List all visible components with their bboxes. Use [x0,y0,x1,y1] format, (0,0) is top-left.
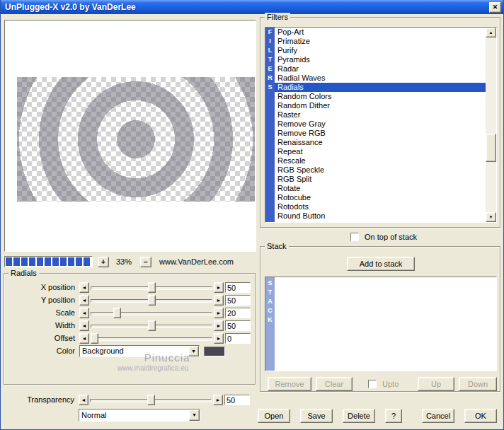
blend-mode-combobox[interactable]: Normal ▼ [79,409,200,422]
scale-decrease-button[interactable]: ◄ [79,308,89,318]
filter-item[interactable]: Radar [265,64,486,74]
x-position-value-input[interactable] [225,282,251,293]
preview-image [17,77,255,202]
scrollbar-thumb[interactable] [486,134,496,162]
on-top-of-stack-label: On top of stack [365,233,417,241]
filter-item[interactable]: Rotocube [265,193,486,202]
transparency-slider-thumb[interactable] [147,395,155,405]
offset-slider-thumb[interactable] [91,333,98,344]
transparency-increase-button[interactable]: ► [213,395,223,405]
scale-slider[interactable] [91,307,212,319]
filter-item[interactable]: Rotate [265,184,486,193]
close-button[interactable]: ✕ [489,2,501,13]
upto-checkbox[interactable] [368,380,377,388]
filter-item[interactable]: Round Button [265,211,486,221]
filters-strip-letter: F [268,28,273,37]
width-value-input[interactable] [225,320,251,331]
width-decrease-button[interactable]: ◄ [79,320,89,331]
filters-strip-letter: R [268,74,273,83]
filters-strip-letter: E [268,64,272,74]
transparency-decrease-button[interactable]: ◄ [79,395,88,405]
filters-list[interactable]: Pop-ArtPrimatizePurifyPyramidsRadarRadia… [265,28,486,222]
y-position-decrease-button[interactable]: ◄ [79,295,89,306]
filters-scrollbar[interactable]: ▲ ▼ [486,28,496,222]
chevron-down-icon[interactable]: ▼ [189,409,200,421]
x-position-slider[interactable] [91,281,212,294]
offset-increase-button[interactable]: ► [214,333,224,344]
scroll-down-button[interactable]: ▼ [486,212,496,222]
offset-label: Offset [4,332,75,344]
y-position-slider-thumb[interactable] [148,295,156,306]
close-icon: ✕ [493,4,498,11]
width-label: Width [4,320,75,332]
width-increase-button[interactable]: ► [214,320,224,331]
filter-item[interactable]: Purify [265,46,486,55]
filter-item[interactable]: Rotodots [265,202,486,211]
delete-button[interactable]: Delete [343,409,375,423]
watermark-name: Pinuccia [100,351,234,364]
filter-item[interactable]: Remove Gray [265,120,486,129]
scale-value-input[interactable] [225,308,251,318]
on-top-of-stack-checkbox[interactable] [350,233,359,241]
preview-panel[interactable] [4,20,256,252]
width-slider-thumb[interactable] [148,320,156,331]
filter-item[interactable]: Renaissance [265,138,486,147]
zoom-progress-fill [6,257,91,266]
filter-item[interactable]: Raster [265,110,486,120]
filter-item[interactable]: Primatize [265,37,486,46]
cancel-button[interactable]: Cancel [422,409,454,423]
ok-button[interactable]: OK [464,409,497,423]
y-position-slider[interactable] [91,294,212,306]
slider-channel [91,337,212,341]
filter-item[interactable]: RGB Speckle [265,165,486,175]
scroll-up-button[interactable]: ▲ [486,28,496,37]
filter-item[interactable]: Radial Waves [265,74,486,83]
filter-item[interactable]: RGB Split [265,175,486,184]
scale-increase-button[interactable]: ► [214,308,224,318]
filter-item[interactable]: Repeat [265,147,486,156]
x-position-slider-thumb[interactable] [148,282,156,293]
stack-strip-letter: A [268,297,273,306]
titlebar: UnPlugged-X v2.0 by VanDerLee ✕ [1,0,503,14]
slider-row-scale: Scale ◄ ► [4,307,256,319]
vanderlee-website-link[interactable]: www.VanDerLee.com [159,257,234,266]
filter-item[interactable]: Remove RGB [265,129,486,138]
transparency-slider[interactable] [90,394,212,406]
x-position-increase-button[interactable]: ► [214,282,224,293]
filters-groupbox: Filters Pop-ArtPrimatizePurifyPyramidsRa… [260,17,500,228]
clear-button[interactable]: Clear [316,377,353,391]
offset-value-input[interactable] [225,333,251,344]
y-position-increase-button[interactable]: ► [214,295,224,306]
up-button[interactable]: Up [418,377,454,391]
zoom-in-button[interactable]: + [98,257,109,267]
y-position-value-input[interactable] [225,295,251,306]
open-button[interactable]: Open [258,409,290,423]
stack-list[interactable]: STACK [265,277,497,371]
filter-item[interactable]: Saturation [265,221,486,222]
filter-item[interactable]: Random Dither [265,101,486,110]
remove-button[interactable]: Remove [268,377,311,391]
upto-row: Upto [368,379,399,389]
down-button[interactable]: Down [459,377,497,391]
width-slider[interactable] [91,320,212,332]
slider-channel [91,312,212,315]
offset-decrease-button[interactable]: ◄ [79,333,89,344]
add-to-stack-button[interactable]: Add to stack [347,257,415,271]
filter-item[interactable]: Rescale [265,156,486,165]
filter-item[interactable]: Random Colors [265,92,486,101]
zoom-out-button[interactable]: − [140,257,151,267]
transparency-row: Transparency ◄ ► [4,394,256,406]
stack-group-label: Stack [265,242,289,251]
filter-item[interactable]: Radials [265,83,486,92]
offset-slider[interactable] [91,332,212,344]
scale-slider-thumb[interactable] [113,308,121,318]
zoom-level: 33% [110,257,138,266]
filter-item[interactable]: Pop-Art [265,28,486,37]
filter-item[interactable]: Pyramids [265,55,486,64]
save-button[interactable]: Save [300,409,333,423]
filters-strip-letter: I [269,37,271,46]
transparency-value-input[interactable] [224,395,250,405]
filters-listbox: Pop-ArtPrimatizePurifyPyramidsRadarRadia… [265,27,497,223]
help-button[interactable]: ? [385,409,402,423]
x-position-decrease-button[interactable]: ◄ [79,282,89,293]
